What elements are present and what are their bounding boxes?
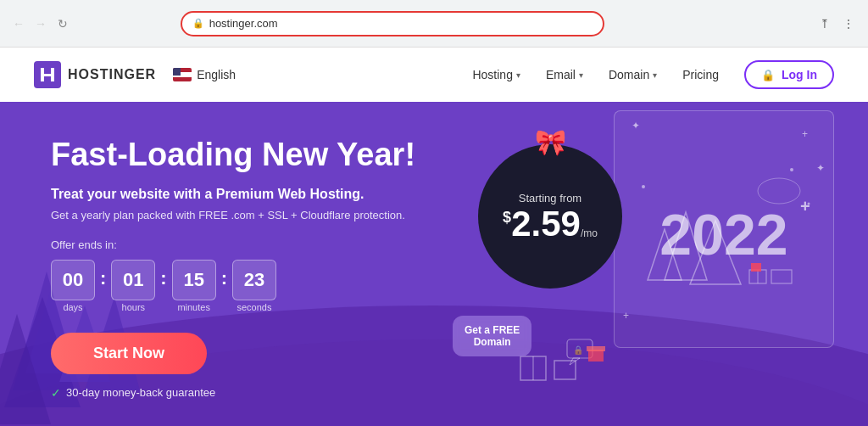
svg-rect-29 — [587, 346, 605, 351]
svg-text:2022: 2022 — [659, 202, 787, 266]
minutes-value: 15 — [172, 260, 216, 300]
countdown-separator-2: : — [160, 267, 166, 289]
nav-pricing[interactable]: Pricing — [682, 68, 719, 81]
check-icon: ✓ — [51, 386, 61, 400]
lock-login-icon: 🔒 — [761, 69, 775, 81]
svg-point-12 — [642, 185, 645, 188]
nav-links: Hosting ▾ Email ▾ Domain ▾ Pricing 🔒 Log… — [472, 60, 834, 89]
svg-text:+: + — [800, 197, 810, 216]
star-icon-2: + — [802, 128, 808, 140]
price-per: /mo — [581, 228, 598, 238]
email-chevron-icon: ▾ — [579, 70, 583, 80]
illustration-svg: 2022 + — [622, 144, 826, 314]
countdown-separator-1: : — [100, 267, 106, 289]
hostinger-logo-icon — [34, 61, 61, 88]
login-label: Log In — [782, 68, 817, 81]
hero-section: Fast-Loading New Year! Treat your websit… — [0, 102, 868, 426]
money-back-text: 30-day money-back guarantee — [66, 386, 215, 399]
browser-chrome: ← → ↻ 🔒 hostinger.com ⤒ ⋮ — [0, 0, 868, 48]
svg-point-15 — [758, 178, 800, 204]
hosting-chevron-icon: ▾ — [516, 70, 520, 80]
free-domain-bubble: Get a FREEDomain — [453, 316, 531, 356]
browser-nav-buttons: ← → ↻ — [10, 15, 71, 32]
reload-button[interactable]: ↻ — [54, 15, 71, 32]
price-circle: 🎀 Starting from $ 2.59 /mo — [478, 144, 622, 289]
countdown-seconds: 23 seconds — [232, 260, 276, 312]
countdown-days: 00 days — [51, 260, 95, 312]
logo-area[interactable]: HOSTINGER — [34, 61, 156, 88]
nav-domain-label: Domain — [609, 68, 649, 81]
seconds-label: seconds — [236, 302, 271, 312]
forward-button[interactable]: → — [32, 15, 49, 32]
start-now-button[interactable]: Start Now — [51, 333, 207, 374]
hero-subtitle: Treat your website with a Premium Web Ho… — [51, 187, 492, 202]
hours-value: 01 — [111, 260, 155, 300]
language-text: English — [197, 68, 236, 81]
nav-email-label: Email — [546, 68, 576, 81]
lock-icon: 🔒 — [192, 18, 204, 29]
svg-marker-26 — [570, 358, 580, 365]
svg-rect-28 — [588, 350, 604, 362]
hero-description: Get a yearly plan packed with FREE .com … — [51, 209, 492, 221]
bookmark-button[interactable]: ⤒ — [815, 14, 834, 33]
bow-icon: 🎀 — [535, 127, 566, 157]
days-label: days — [63, 302, 82, 312]
star-icon-1: ✦ — [632, 120, 640, 132]
menu-button[interactable]: ⋮ — [839, 14, 858, 33]
hero-right-decoration: 🎀 Starting from $ 2.59 /mo Get a FREEDom… — [461, 110, 834, 399]
countdown-timer: 00 days : 01 hours : 15 minutes : 23 sec… — [51, 260, 492, 312]
hours-label: hours — [122, 302, 146, 312]
browser-actions: ⤒ ⋮ — [815, 14, 858, 33]
svg-text:🔒: 🔒 — [573, 345, 584, 356]
logo-text: HOSTINGER — [68, 67, 156, 82]
nav-hosting[interactable]: Hosting ▾ — [472, 68, 520, 81]
year-graphic: ✦ + ✦ + 2022 + — [614, 110, 834, 348]
minutes-label: minutes — [177, 302, 210, 312]
star-icon-4: + — [623, 310, 629, 322]
countdown-minutes: 15 minutes — [172, 260, 216, 312]
domain-chevron-icon: ▾ — [653, 70, 657, 80]
money-back-guarantee: ✓ 30-day money-back guarantee — [51, 386, 492, 400]
price-dollar: $ — [503, 210, 511, 225]
svg-rect-20 — [771, 270, 792, 283]
nav-hosting-label: Hosting — [472, 68, 512, 81]
price-main: 2.59 — [511, 206, 581, 242]
address-bar[interactable]: 🔒 hostinger.com — [181, 11, 604, 36]
flag-icon — [173, 68, 192, 81]
nav-domain[interactable]: Domain ▾ — [609, 68, 657, 81]
svg-rect-21 — [751, 263, 761, 272]
nav-pricing-label: Pricing — [682, 68, 719, 81]
language-selector[interactable]: English — [173, 68, 236, 81]
svg-point-13 — [790, 168, 793, 171]
hero-title: Fast-Loading New Year! — [51, 136, 492, 175]
price-starting-text: Starting from — [519, 192, 581, 205]
page: HOSTINGER English Hosting ▾ Email ▾ Doma… — [0, 48, 868, 426]
price-amount: $ 2.59 /mo — [503, 206, 598, 242]
login-button[interactable]: 🔒 Log In — [744, 60, 834, 89]
countdown-separator-3: : — [221, 267, 227, 289]
back-button[interactable]: ← — [10, 15, 27, 32]
offer-label: Offer ends in: — [51, 238, 492, 251]
url-text: hostinger.com — [209, 17, 278, 30]
hero-content: Fast-Loading New Year! Treat your websit… — [51, 136, 492, 400]
free-domain-text: Get a FREEDomain — [465, 324, 520, 348]
seconds-value: 23 — [232, 260, 276, 300]
navbar: HOSTINGER English Hosting ▾ Email ▾ Doma… — [0, 48, 868, 102]
countdown-hours: 01 hours — [111, 260, 155, 312]
days-value: 00 — [51, 260, 95, 300]
star-icon-3: ✦ — [816, 162, 825, 174]
nav-email[interactable]: Email ▾ — [546, 68, 583, 81]
